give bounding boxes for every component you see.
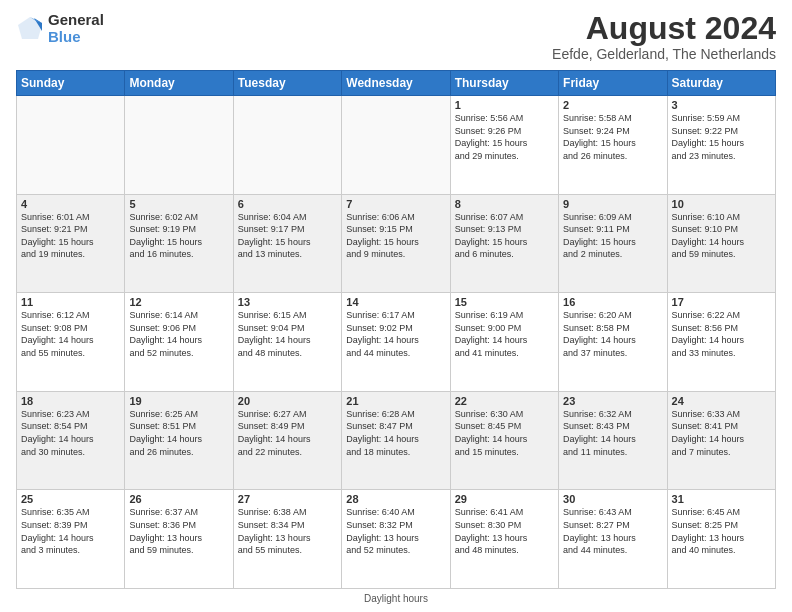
- calendar-cell: 27Sunrise: 6:38 AM Sunset: 8:34 PM Dayli…: [233, 490, 341, 589]
- col-monday: Monday: [125, 71, 233, 96]
- calendar-cell: 19Sunrise: 6:25 AM Sunset: 8:51 PM Dayli…: [125, 391, 233, 490]
- day-number: 19: [129, 395, 228, 407]
- day-info: Sunrise: 6:27 AM Sunset: 8:49 PM Dayligh…: [238, 408, 337, 458]
- day-info: Sunrise: 6:45 AM Sunset: 8:25 PM Dayligh…: [672, 506, 771, 556]
- day-number: 16: [563, 296, 662, 308]
- day-info: Sunrise: 6:23 AM Sunset: 8:54 PM Dayligh…: [21, 408, 120, 458]
- day-info: Sunrise: 6:38 AM Sunset: 8:34 PM Dayligh…: [238, 506, 337, 556]
- calendar-cell: 5Sunrise: 6:02 AM Sunset: 9:19 PM Daylig…: [125, 194, 233, 293]
- day-number: 30: [563, 493, 662, 505]
- calendar-cell: 12Sunrise: 6:14 AM Sunset: 9:06 PM Dayli…: [125, 293, 233, 392]
- calendar-week-2: 4Sunrise: 6:01 AM Sunset: 9:21 PM Daylig…: [17, 194, 776, 293]
- day-info: Sunrise: 6:14 AM Sunset: 9:06 PM Dayligh…: [129, 309, 228, 359]
- day-number: 2: [563, 99, 662, 111]
- calendar-week-1: 1Sunrise: 5:56 AM Sunset: 9:26 PM Daylig…: [17, 96, 776, 195]
- month-title: August 2024: [552, 12, 776, 44]
- calendar-cell: 6Sunrise: 6:04 AM Sunset: 9:17 PM Daylig…: [233, 194, 341, 293]
- calendar-cell: 22Sunrise: 6:30 AM Sunset: 8:45 PM Dayli…: [450, 391, 558, 490]
- day-info: Sunrise: 6:01 AM Sunset: 9:21 PM Dayligh…: [21, 211, 120, 261]
- logo-icon: [16, 15, 44, 43]
- day-info: Sunrise: 5:56 AM Sunset: 9:26 PM Dayligh…: [455, 112, 554, 162]
- day-info: Sunrise: 6:12 AM Sunset: 9:08 PM Dayligh…: [21, 309, 120, 359]
- day-info: Sunrise: 6:15 AM Sunset: 9:04 PM Dayligh…: [238, 309, 337, 359]
- calendar-cell: 3Sunrise: 5:59 AM Sunset: 9:22 PM Daylig…: [667, 96, 775, 195]
- day-info: Sunrise: 6:10 AM Sunset: 9:10 PM Dayligh…: [672, 211, 771, 261]
- day-number: 11: [21, 296, 120, 308]
- col-friday: Friday: [559, 71, 667, 96]
- day-number: 6: [238, 198, 337, 210]
- calendar-table: Sunday Monday Tuesday Wednesday Thursday…: [16, 70, 776, 589]
- day-info: Sunrise: 6:43 AM Sunset: 8:27 PM Dayligh…: [563, 506, 662, 556]
- calendar-cell: 8Sunrise: 6:07 AM Sunset: 9:13 PM Daylig…: [450, 194, 558, 293]
- calendar-cell: [342, 96, 450, 195]
- header-row: Sunday Monday Tuesday Wednesday Thursday…: [17, 71, 776, 96]
- calendar-header: Sunday Monday Tuesday Wednesday Thursday…: [17, 71, 776, 96]
- col-wednesday: Wednesday: [342, 71, 450, 96]
- calendar-cell: 13Sunrise: 6:15 AM Sunset: 9:04 PM Dayli…: [233, 293, 341, 392]
- calendar-cell: 7Sunrise: 6:06 AM Sunset: 9:15 PM Daylig…: [342, 194, 450, 293]
- day-info: Sunrise: 6:22 AM Sunset: 8:56 PM Dayligh…: [672, 309, 771, 359]
- day-number: 4: [21, 198, 120, 210]
- day-number: 12: [129, 296, 228, 308]
- day-number: 10: [672, 198, 771, 210]
- calendar-cell: 25Sunrise: 6:35 AM Sunset: 8:39 PM Dayli…: [17, 490, 125, 589]
- day-info: Sunrise: 6:33 AM Sunset: 8:41 PM Dayligh…: [672, 408, 771, 458]
- logo-text: General Blue: [48, 12, 104, 45]
- day-info: Sunrise: 6:09 AM Sunset: 9:11 PM Dayligh…: [563, 211, 662, 261]
- day-number: 24: [672, 395, 771, 407]
- footer-note: Daylight hours: [16, 593, 776, 604]
- calendar-week-5: 25Sunrise: 6:35 AM Sunset: 8:39 PM Dayli…: [17, 490, 776, 589]
- calendar-cell: 10Sunrise: 6:10 AM Sunset: 9:10 PM Dayli…: [667, 194, 775, 293]
- day-info: Sunrise: 6:07 AM Sunset: 9:13 PM Dayligh…: [455, 211, 554, 261]
- day-info: Sunrise: 6:19 AM Sunset: 9:00 PM Dayligh…: [455, 309, 554, 359]
- calendar-cell: 4Sunrise: 6:01 AM Sunset: 9:21 PM Daylig…: [17, 194, 125, 293]
- calendar-cell: 26Sunrise: 6:37 AM Sunset: 8:36 PM Dayli…: [125, 490, 233, 589]
- calendar-cell: 14Sunrise: 6:17 AM Sunset: 9:02 PM Dayli…: [342, 293, 450, 392]
- calendar-cell: 1Sunrise: 5:56 AM Sunset: 9:26 PM Daylig…: [450, 96, 558, 195]
- day-number: 18: [21, 395, 120, 407]
- day-number: 22: [455, 395, 554, 407]
- day-info: Sunrise: 6:40 AM Sunset: 8:32 PM Dayligh…: [346, 506, 445, 556]
- day-number: 29: [455, 493, 554, 505]
- day-number: 23: [563, 395, 662, 407]
- calendar-cell: 11Sunrise: 6:12 AM Sunset: 9:08 PM Dayli…: [17, 293, 125, 392]
- calendar-cell: 23Sunrise: 6:32 AM Sunset: 8:43 PM Dayli…: [559, 391, 667, 490]
- page: General Blue August 2024 Eefde, Gelderla…: [0, 0, 792, 612]
- day-info: Sunrise: 6:02 AM Sunset: 9:19 PM Dayligh…: [129, 211, 228, 261]
- day-number: 14: [346, 296, 445, 308]
- day-number: 17: [672, 296, 771, 308]
- day-info: Sunrise: 6:32 AM Sunset: 8:43 PM Dayligh…: [563, 408, 662, 458]
- calendar-cell: 16Sunrise: 6:20 AM Sunset: 8:58 PM Dayli…: [559, 293, 667, 392]
- col-tuesday: Tuesday: [233, 71, 341, 96]
- location-subtitle: Eefde, Gelderland, The Netherlands: [552, 46, 776, 62]
- title-area: August 2024 Eefde, Gelderland, The Nethe…: [552, 12, 776, 62]
- day-number: 7: [346, 198, 445, 210]
- calendar-cell: 31Sunrise: 6:45 AM Sunset: 8:25 PM Dayli…: [667, 490, 775, 589]
- day-info: Sunrise: 5:58 AM Sunset: 9:24 PM Dayligh…: [563, 112, 662, 162]
- day-number: 3: [672, 99, 771, 111]
- day-number: 9: [563, 198, 662, 210]
- calendar-cell: [125, 96, 233, 195]
- day-info: Sunrise: 6:20 AM Sunset: 8:58 PM Dayligh…: [563, 309, 662, 359]
- day-number: 27: [238, 493, 337, 505]
- day-info: Sunrise: 6:17 AM Sunset: 9:02 PM Dayligh…: [346, 309, 445, 359]
- calendar-cell: 20Sunrise: 6:27 AM Sunset: 8:49 PM Dayli…: [233, 391, 341, 490]
- calendar-cell: [17, 96, 125, 195]
- logo: General Blue: [16, 12, 104, 45]
- day-number: 28: [346, 493, 445, 505]
- col-saturday: Saturday: [667, 71, 775, 96]
- day-number: 25: [21, 493, 120, 505]
- day-info: Sunrise: 6:25 AM Sunset: 8:51 PM Dayligh…: [129, 408, 228, 458]
- day-number: 8: [455, 198, 554, 210]
- calendar-cell: 18Sunrise: 6:23 AM Sunset: 8:54 PM Dayli…: [17, 391, 125, 490]
- day-info: Sunrise: 6:28 AM Sunset: 8:47 PM Dayligh…: [346, 408, 445, 458]
- day-number: 26: [129, 493, 228, 505]
- day-number: 31: [672, 493, 771, 505]
- calendar-cell: 9Sunrise: 6:09 AM Sunset: 9:11 PM Daylig…: [559, 194, 667, 293]
- day-info: Sunrise: 6:37 AM Sunset: 8:36 PM Dayligh…: [129, 506, 228, 556]
- calendar-week-4: 18Sunrise: 6:23 AM Sunset: 8:54 PM Dayli…: [17, 391, 776, 490]
- calendar-cell: [233, 96, 341, 195]
- day-info: Sunrise: 6:41 AM Sunset: 8:30 PM Dayligh…: [455, 506, 554, 556]
- day-info: Sunrise: 6:04 AM Sunset: 9:17 PM Dayligh…: [238, 211, 337, 261]
- calendar-cell: 24Sunrise: 6:33 AM Sunset: 8:41 PM Dayli…: [667, 391, 775, 490]
